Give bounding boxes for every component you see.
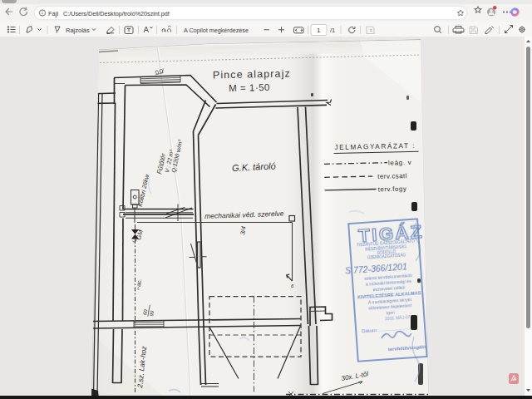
- svg-text:M = 1·50: M = 1·50: [229, 82, 270, 93]
- svg-text:leág. v: leág. v: [388, 159, 412, 167]
- svg-text:terv.fogy: terv.fogy: [378, 185, 407, 194]
- svg-text:Pince alaprajz: Pince alaprajz: [213, 67, 291, 81]
- svg-text:3/4: 3/4: [239, 226, 248, 236]
- svg-text:igen: igen: [387, 310, 395, 316]
- svg-text:terv.csatl: terv.csatl: [377, 172, 407, 180]
